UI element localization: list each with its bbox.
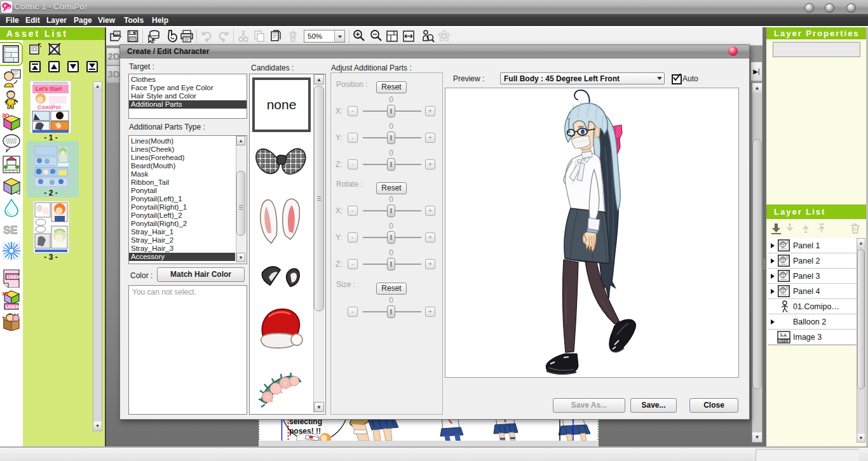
svg-text:ComiPo!: ComiPo! — [37, 104, 61, 110]
svg-text:SE: SE — [3, 224, 18, 236]
svg-text:USER: USER — [779, 339, 789, 343]
svg-text:USER: USER — [7, 274, 21, 280]
svg-text:3D: 3D — [2, 112, 10, 119]
svg-text:3D: 3D — [2, 291, 8, 297]
svg-text:USER: USER — [6, 304, 20, 310]
svg-text:o!: o! — [7, 6, 10, 10]
svg-text:Let's Start: Let's Start — [36, 86, 62, 92]
